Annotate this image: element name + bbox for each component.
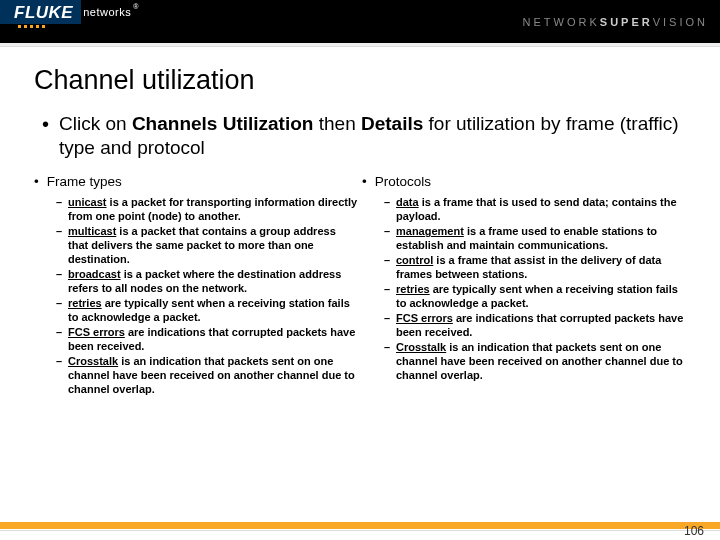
term: multicast bbox=[68, 225, 116, 237]
logo-reg: ® bbox=[133, 0, 138, 10]
list-item: multicast is a packet that contains a gr… bbox=[56, 224, 358, 266]
logo-networks: networks bbox=[81, 0, 133, 18]
term: data bbox=[396, 196, 419, 208]
intro-mid: then bbox=[313, 113, 361, 134]
list-item: retries are typically sent when a receiv… bbox=[384, 282, 686, 310]
def: are typically sent when a receiving stat… bbox=[396, 283, 678, 309]
protocols-list: data is a frame that is used to send dat… bbox=[362, 195, 686, 382]
brand-logo: FLUKE networks ® bbox=[0, 0, 138, 43]
term: broadcast bbox=[68, 268, 121, 280]
list-item: Crosstalk is an indication that packets … bbox=[56, 354, 358, 396]
bullet-icon: • bbox=[362, 174, 367, 189]
tagline-3: VISION bbox=[653, 16, 708, 28]
term: retries bbox=[396, 283, 430, 295]
logo-fluke: FLUKE bbox=[0, 0, 81, 24]
header-bar: FLUKE networks ® NETWORKSUPERVISION bbox=[0, 0, 720, 43]
two-column: • Frame types unicast is a packet for tr… bbox=[34, 174, 686, 397]
page-number: 106 bbox=[684, 524, 704, 538]
tagline-1: NETWORK bbox=[523, 16, 600, 28]
frame-types-list: unicast is a packet for transporting inf… bbox=[34, 195, 358, 396]
bullet-icon: • bbox=[34, 112, 49, 160]
def: is a frame that is used to send data; co… bbox=[396, 196, 677, 222]
footer-accent-bar bbox=[0, 522, 720, 529]
def: are typically sent when a receiving stat… bbox=[68, 297, 350, 323]
frame-types-head: • Frame types bbox=[34, 174, 358, 189]
footer: 106 bbox=[0, 522, 720, 540]
def: is a packet for transporting information… bbox=[68, 196, 357, 222]
protocols-label: Protocols bbox=[375, 174, 431, 189]
tagline: NETWORKSUPERVISION bbox=[523, 16, 708, 28]
term: management bbox=[396, 225, 464, 237]
tagline-2: SUPER bbox=[600, 16, 653, 28]
list-item: broadcast is a packet where the destinat… bbox=[56, 267, 358, 295]
term: Crosstalk bbox=[68, 355, 118, 367]
list-item: unicast is a packet for transporting inf… bbox=[56, 195, 358, 223]
intro-bold-1: Channels Utilization bbox=[132, 113, 314, 134]
frame-types-label: Frame types bbox=[47, 174, 122, 189]
intro-text: Click on Channels Utilization then Detai… bbox=[59, 112, 686, 160]
page-title: Channel utilization bbox=[34, 65, 686, 96]
protocols-col: • Protocols data is a frame that is used… bbox=[362, 174, 686, 397]
term: control bbox=[396, 254, 433, 266]
protocols-head: • Protocols bbox=[362, 174, 686, 189]
footer-line bbox=[0, 530, 720, 531]
term: retries bbox=[68, 297, 102, 309]
intro-row: • Click on Channels Utilization then Det… bbox=[34, 112, 686, 160]
list-item: control is a frame that assist in the de… bbox=[384, 253, 686, 281]
list-item: FCS errors are indications that corrupte… bbox=[384, 311, 686, 339]
term: unicast bbox=[68, 196, 107, 208]
list-item: Crosstalk is an indication that packets … bbox=[384, 340, 686, 382]
list-item: FCS errors are indications that corrupte… bbox=[56, 325, 358, 353]
term: FCS errors bbox=[68, 326, 125, 338]
list-item: data is a frame that is used to send dat… bbox=[384, 195, 686, 223]
term: Crosstalk bbox=[396, 341, 446, 353]
intro-pre: Click on bbox=[59, 113, 132, 134]
content-area: Channel utilization • Click on Channels … bbox=[0, 47, 720, 397]
list-item: management is a frame used to enable sta… bbox=[384, 224, 686, 252]
bullet-icon: • bbox=[34, 174, 39, 189]
frame-types-col: • Frame types unicast is a packet for tr… bbox=[34, 174, 358, 397]
term: FCS errors bbox=[396, 312, 453, 324]
list-item: retries are typically sent when a receiv… bbox=[56, 296, 358, 324]
intro-bold-2: Details bbox=[361, 113, 423, 134]
def: is a frame that assist in the delivery o… bbox=[396, 254, 661, 280]
